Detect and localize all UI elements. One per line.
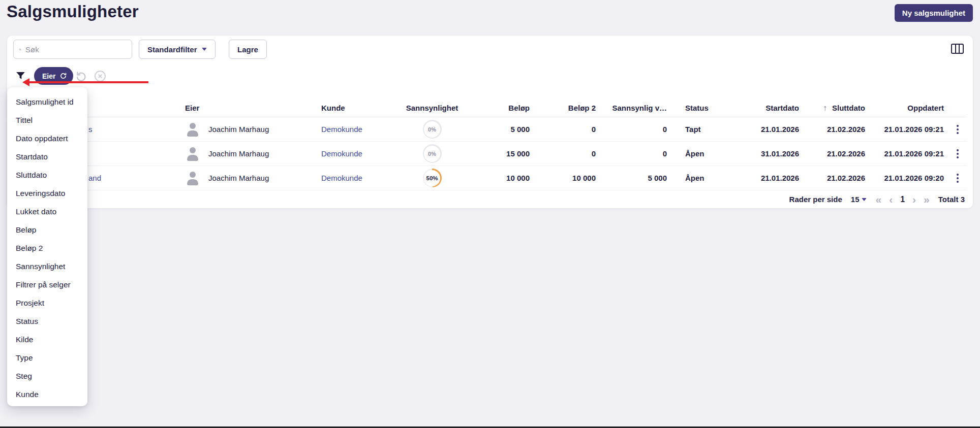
probability-badge: 50% [423,169,442,187]
status-value: Åpen [671,149,752,158]
chevron-down-icon [202,48,207,51]
page-title: Salgsmuligheter [7,2,139,21]
reset-filter-icon[interactable] [59,72,67,80]
standard-filter-dropdown[interactable]: Standardfilter [139,40,216,59]
customer-link[interactable]: Demokunde [321,174,362,182]
customer-link[interactable]: Demokunde [321,149,362,158]
active-filters-bar: Eier [13,67,318,87]
amount2-value: 0 [534,149,600,158]
menu-item-tittel[interactable]: Tittel [7,111,87,129]
customer-cell: Demokunde [310,149,391,158]
clear-filters-icon[interactable] [95,71,106,82]
probability-badge: 0% [423,144,442,163]
standard-filter-label: Standardfilter [147,45,197,54]
amount-value: 10 000 [473,174,534,182]
menu-item-kilde[interactable]: Kilde [7,331,87,349]
current-page-number: 1 [900,195,905,204]
last-page-button[interactable]: » [924,194,930,205]
table-row[interactable]: Joachim Marhaug Demokunde 0% 15 000 0 0 … [13,142,967,166]
filter-field-menu: Salgsmulighet id Tittel Dato oppdatert S… [7,87,87,406]
menu-item-leveringsdato[interactable]: Leveringsdato [7,184,87,203]
start-date: 31.01.2026 [752,149,803,158]
search-input[interactable] [25,45,127,54]
menu-item-prosjekt[interactable]: Prosjekt [7,294,87,312]
owner-name: Joachim Marhaug [208,174,269,182]
column-header-sluttdato[interactable]: ↑ Sluttdato [803,104,869,113]
salgsmuligheter-page: { "page": { "title": "Salgsmuligheter" }… [0,0,980,428]
amount2-value: 0 [534,125,600,134]
column-header-belop2[interactable]: Beløp 2 [534,104,600,112]
column-header-sannsynlig-verdi[interactable]: Sannsynlig v… [600,104,671,112]
menu-item-salgsmulighet-id[interactable]: Salgsmulighet id [7,93,87,111]
menu-item-steg[interactable]: Steg [7,367,87,385]
end-date: 21.02.2026 [803,174,869,182]
menu-item-belop[interactable]: Beløp [7,221,87,239]
opportunities-table: Eier Kunde Sannsynlighet Beløp Beløp 2 S… [13,99,967,190]
menu-item-type[interactable]: Type [7,349,87,367]
new-opportunity-button[interactable]: Ny salgsmulighet [895,4,973,22]
menu-item-dato-oppdatert[interactable]: Dato oppdatert [7,129,87,148]
probable-value: 0 [600,125,671,134]
row-actions-kebab-icon[interactable] [953,147,963,160]
menu-item-belop-2[interactable]: Beløp 2 [7,239,87,257]
owner-cell: Joachim Marhaug [178,146,310,161]
customer-link[interactable]: Demokunde [321,125,362,134]
owner-name: Joachim Marhaug [208,149,269,158]
undo-icon[interactable] [75,70,87,82]
person-avatar-icon [185,171,200,186]
person-avatar-icon [185,122,200,137]
sort-ascending-icon: ↑ [823,104,827,113]
row-actions-kebab-icon[interactable] [953,172,963,185]
active-filter-pill-eier[interactable]: Eier [34,67,73,85]
row-actions-kebab-icon[interactable] [953,123,963,136]
owner-cell: Joachim Marhaug [178,171,310,186]
owner-cell: Joachim Marhaug [178,122,310,137]
menu-item-sannsynlighet[interactable]: Sannsynlighet [7,257,87,276]
rows-per-page-select[interactable]: 15 [851,195,867,204]
rows-per-page-label: Rader per side [789,195,842,204]
filter-funnel-icon[interactable] [15,71,26,81]
column-header-oppdatert[interactable]: Oppdatert [869,104,948,112]
first-page-button[interactable]: « [875,194,881,205]
opportunities-panel: Standardfilter Lagre Eier Eier Kunde [7,36,973,208]
column-header-belop[interactable]: Beløp [473,104,534,112]
column-header-startdato[interactable]: Startdato [752,104,803,112]
save-filter-button[interactable]: Lagre [229,40,267,59]
amount-value: 5 000 [473,125,534,134]
table-row[interactable]: s Joachim Marhaug Demokunde 0% 5 000 0 0… [13,117,967,142]
start-date: 21.01.2026 [752,174,803,182]
search-box[interactable] [13,40,132,59]
menu-item-filtrer-pa-selger[interactable]: Filtrer på selger [7,276,87,294]
person-avatar-icon [185,146,200,161]
column-header-kunde[interactable]: Kunde [310,104,391,112]
search-icon [19,45,21,54]
menu-item-lukket-dato[interactable]: Lukket dato [7,203,87,221]
updated-date: 21.01.2026 09:21 [869,149,948,158]
customer-cell: Demokunde [310,174,391,182]
menu-item-kunde[interactable]: Kunde [7,385,87,404]
table-header-row: Eier Kunde Sannsynlighet Beløp Beløp 2 S… [13,99,967,117]
column-header-sannsynlighet[interactable]: Sannsynlighet [391,104,473,112]
pagination-bar: Rader per side 15 « ‹ 1 › » Totalt 3 [13,190,967,208]
chevron-down-icon [862,198,867,201]
menu-item-sluttdato[interactable]: Sluttdato [7,166,87,184]
menu-item-status[interactable]: Status [7,312,87,331]
probability-badge: 0% [423,120,442,139]
start-date: 21.01.2026 [752,125,803,134]
updated-date: 21.01.2026 09:21 [869,125,948,134]
column-settings-icon[interactable] [951,44,964,54]
column-header-status[interactable]: Status [671,104,752,112]
next-page-button[interactable]: › [912,194,916,205]
end-date: 21.02.2026 [803,125,869,134]
previous-page-button[interactable]: ‹ [889,194,893,205]
active-filter-label: Eier [42,72,55,80]
owner-name: Joachim Marhaug [208,125,269,134]
amount-value: 15 000 [473,149,534,158]
status-value: Åpen [671,174,752,182]
probable-value: 0 [600,149,671,158]
column-header-eier[interactable]: Eier [178,104,310,112]
status-value: Tapt [671,125,752,134]
menu-item-startdato[interactable]: Startdato [7,148,87,166]
table-row[interactable]: and Joachim Marhaug Demokunde 50% 10 000… [13,166,967,190]
probable-value: 5 000 [600,174,671,182]
